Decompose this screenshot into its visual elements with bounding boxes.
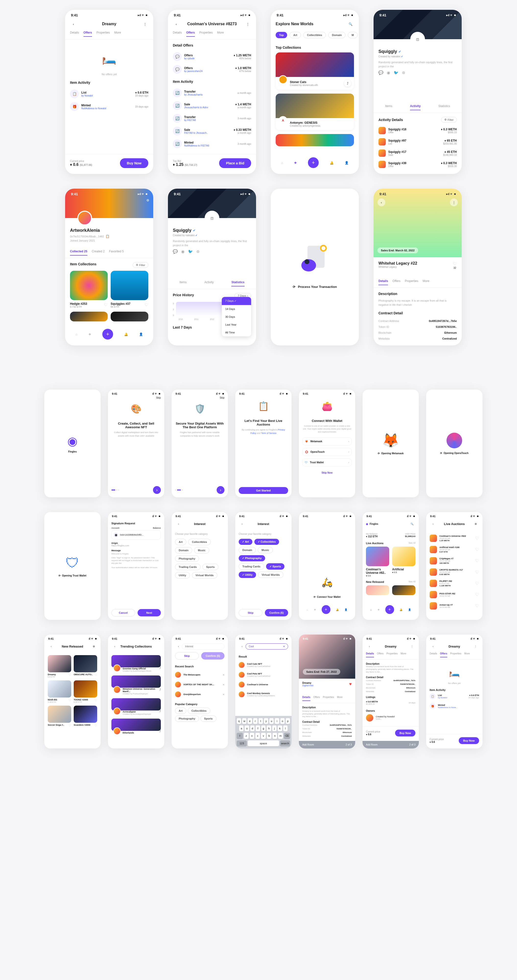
auction-row[interactable]: PAJPET #829:23:11 left1.128 WETH ♡	[430, 578, 479, 589]
category-chip[interactable]: Domain	[175, 547, 192, 554]
more-icon[interactable]: ⋮	[244, 21, 251, 27]
category-chip[interactable]: Collectibles	[188, 539, 211, 545]
search-input[interactable]: Cool✕	[246, 643, 288, 649]
instagram-icon[interactable]: ◉	[181, 249, 185, 254]
next-button[interactable]: Next	[138, 609, 161, 616]
chip-top[interactable]: Top	[276, 32, 287, 38]
nft-card[interactable]: OBSCURE AUTO..♡	[74, 655, 97, 678]
back-icon[interactable]: ‹	[173, 21, 180, 27]
nav-add-button[interactable]: +	[102, 329, 113, 340]
share-icon[interactable]: ⤴	[160, 688, 161, 691]
filter-button[interactable]: ⚙ Filter	[133, 262, 148, 268]
category-chip[interactable]: Domain	[239, 547, 256, 553]
nav-add-button[interactable]: +	[308, 157, 319, 168]
nft-card[interactable]: Squiggles #3765 ETH ♡	[111, 271, 148, 308]
category-chip[interactable]: ✓ Utility	[239, 571, 256, 578]
auction-row[interactable]: Armor-Up #710:13:46 left ♡	[430, 600, 479, 611]
recent-search-row[interactable]: Orenjidesperism✕	[175, 689, 224, 699]
activity-row[interactable]: Squiggly #18Offer ♦ 0.3 WETH$935.10	[379, 125, 457, 136]
nav-home-icon[interactable]: ⌂	[281, 161, 283, 165]
wallet-option[interactable]: ⭕OperaTouch›	[302, 448, 352, 456]
category-chip[interactable]: Art	[175, 539, 186, 545]
share-icon[interactable]: ⤴	[160, 730, 161, 733]
period-option[interactable]: 7 Days ✓	[222, 297, 251, 305]
category-chip[interactable]: Virtual Worlds	[192, 572, 217, 578]
search-icon[interactable]: 🔍	[409, 520, 416, 527]
skip-link[interactable]: Skip	[108, 396, 164, 399]
category-chip[interactable]: ✓ Photography	[239, 555, 265, 561]
search-result-row[interactable]: Coolman's Universe	[239, 679, 288, 689]
website-icon[interactable]: ⊛	[402, 70, 405, 75]
tab-offers[interactable]: Offers	[84, 31, 92, 37]
twitter-icon[interactable]: 🐦	[393, 70, 398, 75]
back-icon[interactable]: ‹	[70, 21, 77, 27]
tab-more[interactable]: More	[114, 31, 121, 37]
collection-card[interactable]: Stoner Cats Created by stonercats.eth ⤴	[276, 52, 354, 90]
back-icon[interactable]: ‹	[239, 643, 246, 650]
remove-icon[interactable]: ✕	[222, 693, 224, 696]
category-chip[interactable]: ✓ Collectibles	[254, 539, 279, 545]
remove-icon[interactable]: ✕	[222, 673, 224, 676]
category-chip[interactable]: Utility	[175, 572, 190, 578]
search-result-row[interactable]: Cool Cats NFTCreated by CoolCatDefiner	[239, 660, 288, 670]
share-icon[interactable]: ⤴	[344, 80, 351, 87]
copy-icon[interactable]: 📋	[106, 234, 109, 238]
tab-details[interactable]: Details	[70, 31, 79, 37]
skip-link[interactable]: Skip	[171, 396, 228, 399]
wallet-option[interactable]: 🛡Trust Wallet›	[302, 458, 352, 466]
category-chip[interactable]: Sports	[200, 715, 216, 722]
search-result-row[interactable]: Cool Monkey GenesisCreated by CooMonkeys…	[239, 689, 288, 699]
tab-properties[interactable]: Properties	[97, 31, 110, 37]
activity-row[interactable]: Squiggly #97List ♦ 65 ETH$203,561.30	[379, 136, 457, 148]
category-chip[interactable]: Collectibles	[188, 708, 210, 714]
twitter-icon[interactable]: 🐦	[188, 249, 193, 254]
category-chip[interactable]: ✓ Art	[239, 539, 252, 545]
back-icon[interactable]: ‹	[366, 643, 373, 650]
back-icon[interactable]: ‹	[48, 643, 55, 650]
cancel-button[interactable]: Cancel	[111, 609, 135, 616]
activity-row[interactable]: Squiggly #17Sale ♦ 45 ETH$140,943.10	[379, 148, 457, 159]
category-chip[interactable]: ✓ Sports	[266, 563, 284, 570]
nav-bell-icon[interactable]: 🔔	[330, 161, 334, 165]
auction-card[interactable]: Artificial♦ 0.5	[392, 547, 416, 577]
website-icon[interactable]: ⊛	[196, 249, 200, 254]
category-chip[interactable]: Sports	[203, 564, 218, 570]
discord-icon[interactable]: 💬	[379, 70, 383, 75]
nav-profile-icon[interactable]: 👤	[345, 161, 349, 165]
trending-card[interactable]: Etherlands⤴	[111, 719, 161, 735]
share-icon[interactable]: ⤴	[160, 710, 161, 713]
skip-now-link[interactable]: Skip Now	[302, 471, 352, 474]
nav-home-icon[interactable]: ⌂	[75, 332, 77, 336]
back-icon[interactable]: ‹	[430, 520, 436, 527]
category-chip[interactable]: Virtual Worlds	[258, 571, 284, 578]
heart-icon[interactable]: ♡	[453, 261, 457, 267]
buy-button[interactable]: Buy Now	[395, 730, 416, 737]
get-started-button[interactable]: Get Started	[239, 487, 288, 494]
heart-icon[interactable]: ♡	[475, 603, 479, 609]
heart-icon[interactable]: ♡	[104, 302, 108, 308]
heart-icon[interactable]: ♡	[475, 547, 479, 552]
filter-button[interactable]: ⚙ Filter	[441, 117, 457, 123]
nft-card[interactable]: Dreamy0.6 ETH♡	[48, 655, 71, 678]
trending-card[interactable]: Metamon Universe: Generative-Manif...Cre…	[111, 676, 161, 695]
next-button[interactable]: ›	[153, 486, 161, 494]
filter-icon[interactable]: ⚙	[472, 520, 479, 527]
nav-explore-icon[interactable]: ❖	[294, 161, 297, 165]
auction-row[interactable]: CripHeges #719:13:46 left100 WETH ♡	[430, 555, 479, 566]
category-chip[interactable]: Music	[194, 547, 209, 554]
trending-card[interactable]: AcrocalypseCreated by AcrocalypseDeploye…	[111, 698, 161, 715]
heart-icon[interactable]: ♡	[475, 592, 479, 597]
heart-icon[interactable]: ♡	[475, 558, 479, 563]
category-chip[interactable]: Photography	[175, 715, 199, 722]
back-icon[interactable]: ‹	[377, 199, 385, 206]
heart-icon[interactable]: ♡	[144, 302, 148, 308]
nav-profile-icon[interactable]: 👤	[139, 332, 143, 336]
nft-card[interactable]: Hedgie #2530.732 ETH ♡	[70, 271, 108, 308]
nft-card[interactable]: Soccer Doga #..♡	[48, 706, 71, 727]
auction-row[interactable]: Artificial Inteli #16610:19:16 left0.07 …	[430, 544, 479, 555]
auction-row[interactable]: CRYPTO BARISTA #1710:13:52 left0.03 WETH…	[430, 566, 479, 578]
nft-card[interactable]: Ninth-BS1.28 ETH♡	[48, 680, 71, 703]
place-bid-button[interactable]: Place a Bid	[219, 158, 251, 168]
nav-explore-icon[interactable]: ❖	[88, 332, 91, 336]
share-icon[interactable]: ⤴	[160, 667, 161, 669]
